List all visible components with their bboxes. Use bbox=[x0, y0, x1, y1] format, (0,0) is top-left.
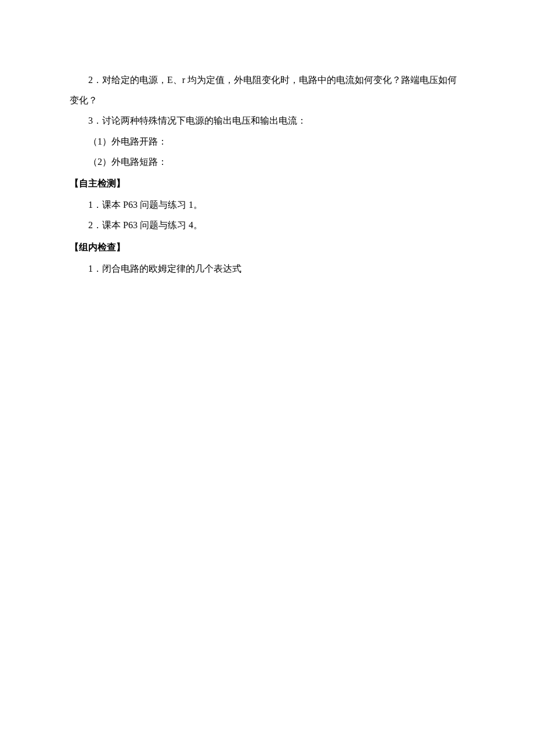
question-3-sub2: （2）外电路短路： bbox=[70, 152, 464, 172]
self-check-item-2: 2．课本 P63 问题与练习 4。 bbox=[70, 215, 464, 235]
question-3: 3．讨论两种特殊情况下电源的输出电压和输出电流： bbox=[70, 110, 464, 131]
heading-self-check: 【自主检测】 bbox=[70, 173, 464, 193]
heading-group-check: 【组内检查】 bbox=[70, 237, 464, 257]
group-check-item-1: 1．闭合电路的欧姆定律的几个表达式 bbox=[70, 258, 464, 279]
question-3-sub1: （1）外电路开路： bbox=[70, 131, 464, 152]
self-check-item-1: 1．课本 P63 问题与练习 1。 bbox=[70, 195, 464, 215]
question-2: 2．对给定的电源，E、r 均为定值，外电阻变化时，电路中的电流如何变化？路端电压… bbox=[70, 70, 464, 110]
